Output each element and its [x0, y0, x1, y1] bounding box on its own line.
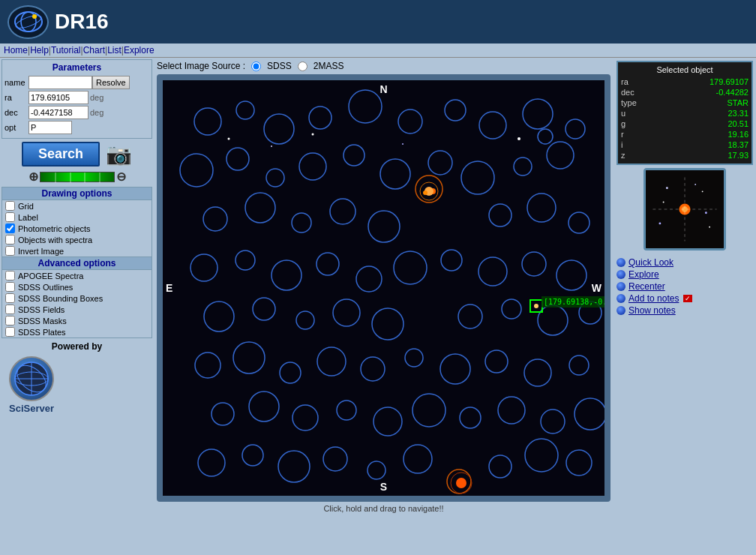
drawing-options-section: Drawing options Grid Label Photometric o…: [2, 187, 152, 338]
show-notes-row: Show notes: [616, 304, 753, 316]
object-thumbnail: [644, 168, 726, 250]
invert-option: Invert Image: [2, 245, 152, 256]
i-field-row: i 18.37: [621, 140, 748, 150]
invert-checkbox[interactable]: [5, 246, 15, 256]
nav-home[interactable]: Home: [4, 45, 28, 56]
compass-west: W: [592, 282, 602, 294]
resolve-button[interactable]: Resolve: [92, 76, 130, 89]
sdss-fields-option: SDSS Fields: [2, 304, 152, 315]
nav-help[interactable]: Help: [30, 45, 49, 56]
show-notes-link[interactable]: Show notes: [628, 305, 676, 316]
show-notes-bullet: [616, 306, 626, 315]
name-row: name Resolve: [4, 76, 149, 89]
svg-point-102: [312, 134, 314, 136]
ra-label: ra: [4, 93, 28, 102]
nav-explore[interactable]: Explore: [124, 45, 154, 56]
advanced-options-title: Advanced options: [2, 256, 152, 270]
explore-link[interactable]: Explore: [628, 269, 659, 280]
search-area: Search 📷: [2, 142, 152, 166]
svg-point-100: [228, 138, 230, 140]
u-field-row: u 23.31: [621, 108, 748, 118]
compass-north: N: [380, 83, 387, 95]
dec-unit: deg: [90, 108, 104, 117]
left-panel: Parameters name Resolve ra deg dec deg o…: [0, 58, 154, 553]
explore-bullet: [616, 270, 626, 279]
svg-text:[179.69138,-0.44239]: [179.69138,-0.44239]: [544, 298, 604, 306]
powered-by-section: Powered by SciServer: [2, 341, 152, 415]
svg-point-150: [709, 226, 710, 228]
dec-field-value: -0.44282: [716, 88, 748, 97]
recenter-link[interactable]: Recenter: [628, 281, 665, 292]
svg-point-152: [663, 202, 664, 203]
note-flag: ✓: [683, 295, 692, 302]
spectra-checkbox[interactable]: [5, 235, 15, 244]
name-label: name: [4, 78, 28, 87]
r-field-key: r: [621, 130, 624, 139]
zoom-out-button[interactable]: ⊖: [116, 170, 126, 184]
sdss-masks-checkbox[interactable]: [5, 316, 15, 326]
search-button[interactable]: Search: [22, 142, 100, 166]
svg-point-153: [705, 212, 707, 214]
nav-tutorial[interactable]: Tutorial: [51, 45, 81, 56]
sdss-bounding-checkbox[interactable]: [5, 293, 15, 303]
navigation-hint: Click, hold and drag to navigate!!: [157, 504, 610, 513]
ra-field-row: ra 179.69107: [621, 76, 748, 87]
quick-look-bullet: [616, 258, 626, 267]
type-field-key: type: [621, 98, 637, 107]
u-field-value: 23.31: [728, 109, 748, 118]
dec-input[interactable]: [28, 106, 88, 119]
spectra-label: Objects with spectra: [18, 236, 92, 244]
apogee-option: APOGEE Spectra: [2, 270, 152, 281]
quick-look-link[interactable]: Quick Look: [628, 257, 674, 268]
sdss-radio[interactable]: [251, 62, 261, 71]
grid-option: Grid: [2, 200, 152, 212]
opt-input[interactable]: [28, 121, 72, 134]
apogee-checkbox[interactable]: [5, 271, 15, 280]
actions-section: Quick Look Explore Recenter Add to notes…: [616, 256, 753, 316]
parameters-box: Parameters name Resolve ra deg dec deg o…: [2, 59, 152, 139]
grid-checkbox[interactable]: [5, 201, 15, 211]
svg-rect-9: [163, 80, 604, 496]
svg-point-104: [518, 137, 520, 140]
photometric-checkbox[interactable]: [5, 224, 15, 233]
name-input[interactable]: [28, 76, 92, 89]
sky-viewer[interactable]: [179.69138,-0.44239]: [157, 74, 610, 502]
grid-label: Grid: [18, 202, 34, 211]
dec-field-row: dec -0.44282: [621, 87, 748, 98]
g-field-key: g: [621, 119, 626, 128]
apogee-label: APOGEE Spectra: [18, 272, 83, 280]
center-panel: Select Image Source : SDSS 2MASS: [154, 58, 614, 553]
label-checkbox[interactable]: [5, 212, 15, 222]
label-option: Label: [2, 212, 152, 223]
parameters-title: Parameters: [4, 62, 149, 73]
svg-point-151: [694, 184, 696, 185]
powered-by-label: Powered by: [2, 341, 152, 352]
ra-unit: deg: [90, 93, 104, 102]
sdss-bounding-label: SDSS Bounding Boxes: [18, 294, 103, 303]
sdss-outlines-option: SDSS Outlines: [2, 281, 152, 292]
2mass-radio[interactable]: [298, 62, 308, 71]
svg-point-63: [534, 304, 538, 308]
thumbnail-svg: [646, 168, 724, 250]
logo-svg: [14, 9, 44, 35]
spectra-option: Objects with spectra: [2, 234, 152, 245]
app-title: DR16: [55, 10, 109, 34]
zoom-bar[interactable]: [40, 172, 115, 182]
add-to-notes-link[interactable]: Add to notes: [628, 293, 679, 304]
sdss-plates-checkbox[interactable]: [5, 327, 15, 337]
type-field-value: STAR: [727, 98, 748, 107]
ra-field-key: ra: [621, 77, 628, 86]
sdss-fields-label: SDSS Fields: [18, 305, 64, 314]
sdss-outlines-checkbox[interactable]: [5, 282, 15, 292]
sdss-fields-checkbox[interactable]: [5, 304, 15, 314]
svg-point-103: [402, 143, 404, 145]
dec-row: dec deg: [4, 106, 149, 119]
2mass-radio-label: 2MASS: [314, 61, 344, 71]
nav-list[interactable]: List: [107, 45, 122, 56]
zoom-in-button[interactable]: ⊕: [28, 170, 38, 184]
recenter-bullet: [616, 282, 626, 291]
nav-chart[interactable]: Chart: [83, 45, 105, 56]
type-field-row: type STAR: [621, 98, 748, 108]
sdss-masks-option: SDSS Masks: [2, 315, 152, 326]
ra-input[interactable]: [28, 91, 88, 104]
